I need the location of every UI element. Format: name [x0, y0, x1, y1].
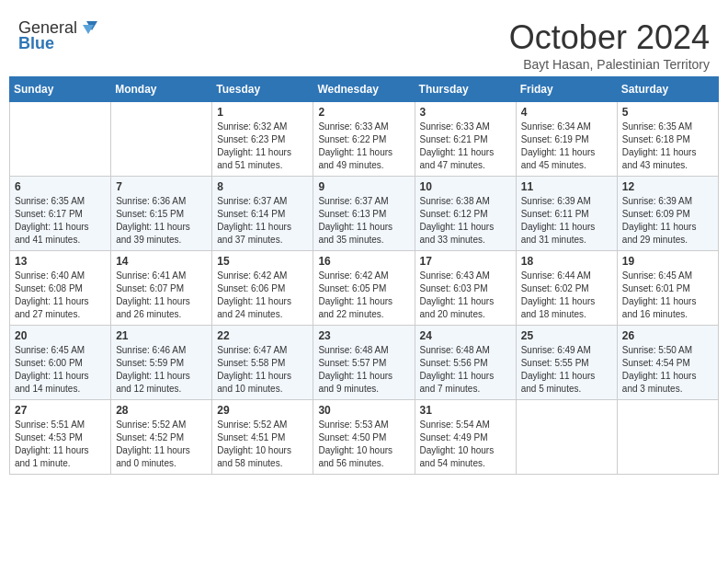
calendar-cell: 23Sunrise: 6:48 AM Sunset: 5:57 PM Dayli… [313, 326, 415, 400]
logo-blue-text: Blue [18, 34, 54, 53]
calendar-cell: 18Sunrise: 6:44 AM Sunset: 6:02 PM Dayli… [516, 251, 617, 326]
day-content: Sunrise: 6:39 AM Sunset: 6:09 PM Dayligh… [622, 195, 713, 247]
day-header-sunday: Sunday [10, 77, 111, 102]
day-content: Sunrise: 5:52 AM Sunset: 4:51 PM Dayligh… [217, 419, 308, 470]
day-number: 19 [622, 255, 713, 268]
day-number: 5 [622, 106, 713, 119]
day-content: Sunrise: 5:52 AM Sunset: 4:52 PM Dayligh… [116, 419, 207, 470]
title-block: October 2024 Bayt Hasan, Palestinian Ter… [509, 18, 710, 72]
day-content: Sunrise: 6:37 AM Sunset: 6:14 PM Dayligh… [217, 195, 308, 247]
day-number: 13 [15, 255, 106, 268]
calendar-cell: 9Sunrise: 6:37 AM Sunset: 6:13 PM Daylig… [313, 177, 415, 251]
calendar-cell: 7Sunrise: 6:36 AM Sunset: 6:15 PM Daylig… [111, 177, 212, 251]
calendar-cell: 2Sunrise: 6:33 AM Sunset: 6:22 PM Daylig… [313, 102, 415, 177]
day-number: 4 [521, 106, 612, 119]
day-content: Sunrise: 6:36 AM Sunset: 6:15 PM Dayligh… [116, 195, 207, 247]
calendar-cell: 28Sunrise: 5:52 AM Sunset: 4:52 PM Dayli… [111, 400, 212, 475]
day-number: 3 [420, 106, 511, 119]
day-content: Sunrise: 6:46 AM Sunset: 5:59 PM Dayligh… [116, 344, 207, 396]
day-header-thursday: Thursday [415, 77, 516, 102]
calendar-cell: 19Sunrise: 6:45 AM Sunset: 6:01 PM Dayli… [617, 251, 718, 326]
day-content: Sunrise: 6:45 AM Sunset: 6:01 PM Dayligh… [622, 270, 713, 321]
calendar-cell [617, 400, 718, 475]
day-number: 22 [217, 329, 308, 342]
day-content: Sunrise: 6:34 AM Sunset: 6:19 PM Dayligh… [521, 121, 612, 172]
calendar-cell: 8Sunrise: 6:37 AM Sunset: 6:14 PM Daylig… [212, 177, 313, 251]
day-number: 30 [318, 404, 409, 417]
day-number: 14 [116, 255, 207, 268]
calendar-cell: 22Sunrise: 6:47 AM Sunset: 5:58 PM Dayli… [212, 326, 313, 400]
day-content: Sunrise: 6:40 AM Sunset: 6:08 PM Dayligh… [15, 270, 106, 321]
day-number: 6 [15, 180, 106, 193]
day-content: Sunrise: 6:41 AM Sunset: 6:07 PM Dayligh… [116, 270, 207, 321]
day-header-saturday: Saturday [617, 77, 718, 102]
day-number: 23 [318, 329, 409, 342]
calendar-cell: 16Sunrise: 6:42 AM Sunset: 6:05 PM Dayli… [313, 251, 415, 326]
day-number: 26 [622, 329, 713, 342]
day-number: 31 [420, 404, 511, 417]
day-number: 28 [116, 404, 207, 417]
day-number: 1 [217, 106, 308, 119]
calendar-cell: 10Sunrise: 6:38 AM Sunset: 6:12 PM Dayli… [415, 177, 516, 251]
day-content: Sunrise: 5:53 AM Sunset: 4:50 PM Dayligh… [318, 419, 409, 470]
calendar-cell: 13Sunrise: 6:40 AM Sunset: 6:08 PM Dayli… [10, 251, 111, 326]
location-subtitle: Bayt Hasan, Palestinian Territory [509, 57, 710, 72]
day-header-monday: Monday [111, 77, 212, 102]
day-number: 2 [318, 106, 409, 119]
logo-icon [79, 17, 99, 38]
calendar-cell: 14Sunrise: 6:41 AM Sunset: 6:07 PM Dayli… [111, 251, 212, 326]
day-content: Sunrise: 6:47 AM Sunset: 5:58 PM Dayligh… [217, 344, 308, 396]
day-content: Sunrise: 6:48 AM Sunset: 5:56 PM Dayligh… [420, 344, 511, 396]
calendar-cell: 5Sunrise: 6:35 AM Sunset: 6:18 PM Daylig… [617, 102, 718, 177]
day-content: Sunrise: 6:32 AM Sunset: 6:23 PM Dayligh… [217, 121, 308, 172]
calendar-cell [10, 102, 111, 177]
month-title: October 2024 [509, 18, 710, 57]
calendar-cell: 11Sunrise: 6:39 AM Sunset: 6:11 PM Dayli… [516, 177, 617, 251]
day-content: Sunrise: 6:35 AM Sunset: 6:17 PM Dayligh… [15, 195, 106, 247]
day-content: Sunrise: 6:42 AM Sunset: 6:06 PM Dayligh… [217, 270, 308, 321]
calendar-week-row: 1Sunrise: 6:32 AM Sunset: 6:23 PM Daylig… [10, 102, 719, 177]
day-content: Sunrise: 5:54 AM Sunset: 4:49 PM Dayligh… [420, 419, 511, 470]
day-content: Sunrise: 6:35 AM Sunset: 6:18 PM Dayligh… [622, 121, 713, 172]
day-number: 24 [420, 329, 511, 342]
day-number: 27 [15, 404, 106, 417]
calendar-cell: 26Sunrise: 5:50 AM Sunset: 4:54 PM Dayli… [617, 326, 718, 400]
day-content: Sunrise: 6:38 AM Sunset: 6:12 PM Dayligh… [420, 195, 511, 247]
day-content: Sunrise: 6:42 AM Sunset: 6:05 PM Dayligh… [318, 270, 409, 321]
calendar-cell: 31Sunrise: 5:54 AM Sunset: 4:49 PM Dayli… [415, 400, 516, 475]
day-header-tuesday: Tuesday [212, 77, 313, 102]
day-number: 29 [217, 404, 308, 417]
page-header: General Blue October 2024 Bayt Hasan, Pa… [9, 9, 719, 76]
day-content: Sunrise: 6:45 AM Sunset: 6:00 PM Dayligh… [15, 344, 106, 396]
calendar-cell: 27Sunrise: 5:51 AM Sunset: 4:53 PM Dayli… [10, 400, 111, 475]
day-content: Sunrise: 6:49 AM Sunset: 5:55 PM Dayligh… [521, 344, 612, 396]
calendar-cell: 17Sunrise: 6:43 AM Sunset: 6:03 PM Dayli… [415, 251, 516, 326]
calendar-cell: 29Sunrise: 5:52 AM Sunset: 4:51 PM Dayli… [212, 400, 313, 475]
calendar-cell: 3Sunrise: 6:33 AM Sunset: 6:21 PM Daylig… [415, 102, 516, 177]
calendar-header-row: SundayMondayTuesdayWednesdayThursdayFrid… [10, 77, 719, 102]
calendar-cell: 6Sunrise: 6:35 AM Sunset: 6:17 PM Daylig… [10, 177, 111, 251]
day-content: Sunrise: 6:39 AM Sunset: 6:11 PM Dayligh… [521, 195, 612, 247]
calendar-cell: 12Sunrise: 6:39 AM Sunset: 6:09 PM Dayli… [617, 177, 718, 251]
calendar-cell [516, 400, 617, 475]
calendar-cell: 30Sunrise: 5:53 AM Sunset: 4:50 PM Dayli… [313, 400, 415, 475]
calendar-table: SundayMondayTuesdayWednesdayThursdayFrid… [9, 76, 719, 475]
day-header-wednesday: Wednesday [313, 77, 415, 102]
calendar-cell: 21Sunrise: 6:46 AM Sunset: 5:59 PM Dayli… [111, 326, 212, 400]
day-number: 9 [318, 180, 409, 193]
day-number: 20 [15, 329, 106, 342]
day-number: 17 [420, 255, 511, 268]
day-content: Sunrise: 6:48 AM Sunset: 5:57 PM Dayligh… [318, 344, 409, 396]
calendar-week-row: 13Sunrise: 6:40 AM Sunset: 6:08 PM Dayli… [10, 251, 719, 326]
calendar-cell: 4Sunrise: 6:34 AM Sunset: 6:19 PM Daylig… [516, 102, 617, 177]
day-content: Sunrise: 6:44 AM Sunset: 6:02 PM Dayligh… [521, 270, 612, 321]
calendar-cell: 20Sunrise: 6:45 AM Sunset: 6:00 PM Dayli… [10, 326, 111, 400]
day-number: 12 [622, 180, 713, 193]
day-number: 15 [217, 255, 308, 268]
day-number: 8 [217, 180, 308, 193]
day-content: Sunrise: 6:43 AM Sunset: 6:03 PM Dayligh… [420, 270, 511, 321]
day-number: 11 [521, 180, 612, 193]
logo: General Blue [18, 18, 99, 53]
day-content: Sunrise: 5:51 AM Sunset: 4:53 PM Dayligh… [15, 419, 106, 470]
day-content: Sunrise: 6:33 AM Sunset: 6:21 PM Dayligh… [420, 121, 511, 172]
